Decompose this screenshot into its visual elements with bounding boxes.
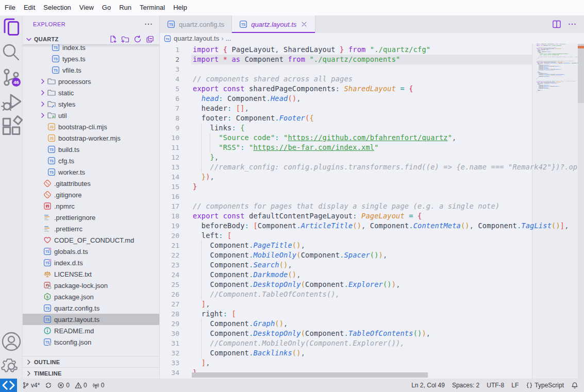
tree-item-types.ts[interactable]: TS types.ts [23, 53, 159, 64]
horizontal-scrollbar[interactable] [192, 372, 428, 378]
breadcrumb[interactable]: TS quartz.layout.ts › ... [160, 33, 584, 44]
menu-item-edit[interactable]: Edit [20, 0, 39, 15]
status-cursor-position[interactable]: Ln 2, Col 49 [411, 382, 445, 389]
vertical-scrollbar[interactable] [578, 44, 584, 379]
status-indentation[interactable]: Spaces: 2 [452, 382, 479, 389]
tree-item-bootstrap-cli.mjs[interactable]: JS bootstrap-cli.mjs [23, 121, 159, 132]
split-editor-icon[interactable] [552, 20, 561, 29]
code-line-26[interactable]: //Component.TableOfContents(), [193, 289, 340, 299]
code-line-22[interactable]: Component.MobileOnly(Component.Spacer())… [193, 250, 387, 260]
scrollbar-thumb[interactable] [578, 44, 584, 103]
pane-header-outline[interactable]: OUTLINE [23, 356, 159, 367]
status-notifications[interactable] [571, 382, 578, 389]
tree-item-static[interactable]: static [23, 87, 159, 98]
activity-run-debug-icon[interactable] [0, 90, 23, 114]
minimap[interactable]: import { PageLayout, SharedLayout } from… [537, 44, 578, 379]
status-ports[interactable]: 0 [92, 382, 105, 389]
tree-item-LICENSE.txt[interactable]: LICENSE.txt [23, 268, 159, 280]
code-editor[interactable]: 1import { PageLayout, SharedLayout } fro… [160, 44, 584, 379]
tree-item-styles[interactable]: styles [23, 98, 159, 110]
ellipsis-icon[interactable] [568, 20, 577, 29]
tree-item-.prettierignore[interactable]: .prettierignore [23, 212, 159, 223]
tree-item-bootstrap-worker.mjs[interactable]: JS bootstrap-worker.mjs [23, 132, 159, 144]
code-line-17[interactable]: // components for pages that display a s… [193, 201, 499, 211]
tree-item-globals.d.ts[interactable]: TS globals.d.ts [23, 246, 159, 257]
tree-item-.gitattributes[interactable]: .gitattributes [23, 178, 159, 189]
status-errors[interactable]: 0 [57, 382, 70, 389]
tree-item-.npmrc[interactable]: .npmrc [23, 200, 159, 212]
tree-item-quartz.layout.ts[interactable]: TS quartz.layout.ts [23, 314, 159, 325]
gear-icon[interactable] [0, 354, 23, 379]
tree-item-processors[interactable]: processors [23, 76, 159, 87]
tree-item-vfile.ts[interactable]: TS vfile.ts [23, 64, 159, 76]
code-line-27[interactable]: ], [193, 299, 210, 309]
tree-item-worker.ts[interactable]: TS worker.ts [23, 166, 159, 178]
tree-item-quartz.config.ts[interactable]: TS quartz.config.ts [23, 302, 159, 314]
new-file-icon[interactable] [109, 35, 117, 43]
code-line-32[interactable]: Component.Backlinks(), [193, 348, 305, 358]
tree-item-CODE_OF_CONDUCT.md[interactable]: CODE_OF_CONDUCT.md [23, 234, 159, 246]
tree-item-.prettierrc[interactable]: .prettierrc [23, 223, 159, 234]
code-line-18[interactable]: export const defaultContentPageLayout: P… [193, 211, 422, 221]
code-line-4[interactable]: // components shared across all pages [193, 74, 353, 84]
code-line-1[interactable]: import { PageLayout, SharedLayout } from… [193, 45, 430, 55]
code-line-13[interactable]: //remark_config: config.plugins.transfor… [193, 162, 582, 172]
code-line-31[interactable]: //Component.MobileOnly(Component.Explore… [193, 338, 405, 348]
activity-search-icon[interactable] [0, 40, 23, 65]
tree-item-index.d.ts[interactable]: TS index.d.ts [23, 257, 159, 268]
code-line-6[interactable]: head: Component.Head(), [193, 94, 301, 104]
ellipsis-icon[interactable] [144, 20, 153, 29]
tab-quartz.config.ts[interactable]: TS quartz.config.ts [160, 15, 232, 33]
tree-item-package.json[interactable]: $package.json [23, 291, 159, 302]
menu-item-selection[interactable]: Selection [39, 0, 75, 15]
menu-item-terminal[interactable]: Terminal [136, 0, 169, 15]
code-line-29[interactable]: Component.Graph(), [193, 319, 288, 329]
account-icon[interactable] [0, 329, 23, 354]
collapse-all-icon[interactable] [146, 35, 154, 43]
code-line-11[interactable]: "RSS": "https://be-far.com/index.xml" [193, 143, 379, 152]
refresh-icon[interactable] [134, 35, 142, 43]
code-line-15[interactable]: } [193, 182, 197, 192]
tree-item-cfg.ts[interactable]: TS cfg.ts [23, 155, 159, 166]
status-branch[interactable]: v4* [22, 382, 40, 389]
code-line-23[interactable]: Component.Search(), [193, 260, 292, 270]
code-line-10[interactable]: "Source code": "https://github.com/bfahr… [193, 133, 456, 143]
code-line-25[interactable]: Component.DesktopOnly(Component.Explorer… [193, 280, 401, 289]
status-warnings[interactable]: 0 [75, 382, 87, 389]
remote-indicator[interactable] [0, 379, 17, 392]
menu-item-view[interactable]: View [75, 0, 98, 15]
code-line-33[interactable]: ], [193, 358, 210, 368]
activity-explorer-icon[interactable] [0, 15, 23, 40]
tab-quartz.layout.ts[interactable]: TS quartz.layout.ts [232, 15, 315, 33]
code-line-21[interactable]: Component.PageTitle(), [193, 241, 305, 250]
status-encoding[interactable]: UTF-8 [487, 382, 504, 389]
code-line-5[interactable]: export const sharedPageComponents: Share… [193, 84, 413, 94]
status-language-mode[interactable]: TypeScript [526, 382, 564, 389]
menu-item-go[interactable]: Go [98, 0, 115, 15]
new-folder-icon[interactable] [121, 35, 129, 43]
menu-item-help[interactable]: Help [169, 0, 191, 15]
code-line-2[interactable]: import * as Component from "./quartz/com… [193, 55, 401, 64]
menu-item-file[interactable]: File [1, 0, 20, 15]
code-line-24[interactable]: Component.Darkmode(), [193, 270, 301, 280]
code-line-28[interactable]: right: [ [193, 309, 236, 319]
code-line-8[interactable]: footer: Component.Footer({ [193, 113, 314, 123]
code-line-14[interactable]: }), [193, 172, 214, 182]
code-line-9[interactable]: links: { [193, 123, 245, 133]
activity-source-control-icon[interactable]: 46 [0, 65, 23, 90]
code-line-30[interactable]: Component.DesktopOnly(Component.TableOfC… [193, 329, 430, 338]
code-line-12[interactable]: }, [193, 152, 219, 162]
code-line-19[interactable]: beforeBody: [Component.ArticleTitle(), C… [193, 221, 569, 231]
tree-item-build.ts[interactable]: TS build.ts [23, 144, 159, 155]
status-eol[interactable]: LF [511, 382, 519, 389]
code-line-7[interactable]: header: [], [193, 104, 249, 113]
pane-header-timeline[interactable]: TIMELINE [23, 367, 159, 379]
activity-extensions-icon[interactable] [0, 114, 23, 139]
code-line-20[interactable]: left: [ [193, 231, 231, 241]
tree-item-README.md[interactable]: README.md [23, 325, 159, 336]
tree-item-tsconfig.json[interactable]: TS tsconfig.json [23, 336, 159, 348]
tree-item-.gitignore[interactable]: .gitignore [23, 189, 159, 200]
tree-item-package-lock.json[interactable]: package-lock.json [23, 280, 159, 291]
close-icon[interactable] [301, 21, 308, 28]
tree-item-util[interactable]: util [23, 110, 159, 121]
